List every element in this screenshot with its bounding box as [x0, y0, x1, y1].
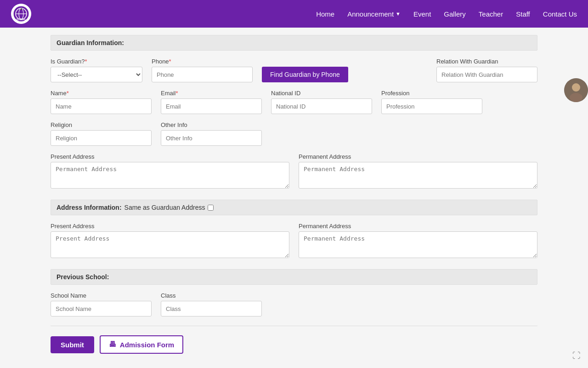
avatar — [564, 78, 588, 102]
relation-group: Relation With Guardian — [436, 58, 537, 82]
present-address-textarea[interactable] — [51, 162, 289, 189]
class-label: Class — [161, 292, 262, 299]
student-present-address-group: Present Address — [51, 223, 289, 260]
student-present-address-textarea[interactable] — [51, 231, 289, 258]
email-group: Email* — [161, 90, 262, 114]
form-buttons: Submit 🖶 Admission Form — [51, 335, 537, 354]
permanent-address-label: Permanent Address — [299, 153, 537, 160]
submit-button[interactable]: Submit — [51, 336, 94, 353]
guardian-row-3: Religion Other Info — [51, 121, 537, 146]
other-info-label: Other Info — [161, 121, 262, 128]
guardian-info-section: Guardian Information: Is Guardian?* --Se… — [51, 35, 537, 190]
nav-event[interactable]: Event — [413, 10, 431, 18]
chevron-down-icon: ▼ — [396, 11, 401, 17]
svg-text:GLOBAL: GLOBAL — [16, 18, 26, 21]
present-address-label: Present Address — [51, 153, 289, 160]
name-group: Name* — [51, 90, 152, 114]
profession-input[interactable] — [381, 98, 482, 114]
religion-label: Religion — [51, 121, 152, 128]
class-input[interactable] — [161, 301, 262, 316]
school-name-label: School Name — [51, 292, 152, 299]
name-input[interactable] — [51, 98, 152, 114]
is-guardian-label: Is Guardian?* — [51, 58, 142, 65]
previous-school-header: Previous School: — [51, 269, 537, 285]
relation-label: Relation With Guardian — [436, 58, 537, 65]
school-name-group: School Name — [51, 292, 152, 316]
student-present-address-label: Present Address — [51, 223, 289, 230]
navbar: GLOBAL 🎓 Home Announcement ▼ Event Galle… — [0, 0, 588, 28]
other-info-group: Other Info — [161, 121, 262, 146]
address-info-section: Address Information: Same as Guarduan Ad… — [51, 200, 537, 260]
nav-staff[interactable]: Staff — [516, 10, 530, 18]
student-permanent-address-textarea[interactable] — [299, 231, 537, 258]
divider — [51, 326, 537, 326]
logo: GLOBAL 🎓 — [11, 4, 31, 24]
phone-input[interactable] — [152, 67, 253, 82]
permanent-address-textarea[interactable] — [299, 162, 537, 189]
email-input[interactable] — [161, 98, 262, 114]
other-info-input[interactable] — [161, 130, 262, 146]
find-guardian-button[interactable]: Find Guardian by Phone — [262, 67, 348, 82]
nav-gallery[interactable]: Gallery — [444, 10, 466, 18]
profession-label: Profession — [381, 90, 482, 97]
national-id-group: National ID — [271, 90, 372, 114]
brand: GLOBAL 🎓 — [11, 4, 31, 24]
is-guardian-select[interactable]: --Select-- Yes No — [51, 67, 142, 82]
address-info-header: Address Information: Same as Guarduan Ad… — [51, 200, 537, 215]
nav-links: Home Announcement ▼ Event Gallery Teache… — [316, 10, 577, 18]
previous-school-section: Previous School: School Name Class — [51, 269, 537, 316]
religion-input[interactable] — [51, 130, 152, 146]
printer-icon: 🖶 — [109, 340, 116, 349]
class-group: Class — [161, 292, 262, 316]
main-content: Guardian Information: Is Guardian?* --Se… — [41, 28, 547, 368]
email-label: Email* — [161, 90, 262, 97]
national-id-label: National ID — [271, 90, 372, 97]
same-address-checkbox[interactable] — [208, 205, 214, 211]
svg-point-7 — [572, 83, 580, 92]
profession-group: Profession — [381, 90, 482, 114]
student-permanent-address-label: Permanent Address — [299, 223, 537, 230]
present-address-group: Present Address — [51, 153, 289, 190]
national-id-input[interactable] — [271, 98, 372, 114]
admission-form-button[interactable]: 🖶 Admission Form — [100, 335, 183, 354]
nav-home[interactable]: Home — [316, 10, 334, 18]
fullscreen-icon[interactable]: ⛶ — [572, 351, 581, 361]
is-guardian-group: Is Guardian?* --Select-- Yes No — [51, 58, 142, 82]
permanent-address-group: Permanent Address — [299, 153, 537, 190]
address-row: Present Address Permanent Address — [51, 223, 537, 260]
phone-group: Phone* — [152, 58, 253, 82]
nav-contact-us[interactable]: Contact Us — [543, 10, 577, 18]
nav-announcement[interactable]: Announcement ▼ — [347, 10, 401, 18]
guardian-row-2: Name* Email* National ID Profession — [51, 90, 537, 114]
guardian-row-1: Is Guardian?* --Select-- Yes No Phone* F… — [51, 58, 537, 82]
student-permanent-address-group: Permanent Address — [299, 223, 537, 260]
nav-teacher[interactable]: Teacher — [479, 10, 503, 18]
religion-group: Religion — [51, 121, 152, 146]
previous-school-row: School Name Class — [51, 292, 537, 316]
school-name-input[interactable] — [51, 301, 152, 316]
guardian-info-header: Guardian Information: — [51, 35, 537, 51]
svg-point-8 — [570, 93, 582, 102]
relation-input[interactable] — [436, 67, 537, 82]
name-label: Name* — [51, 90, 152, 97]
guardian-address-row: Present Address Permanent Address — [51, 153, 537, 190]
svg-text:🎓: 🎓 — [20, 8, 23, 10]
phone-label: Phone* — [152, 58, 253, 65]
